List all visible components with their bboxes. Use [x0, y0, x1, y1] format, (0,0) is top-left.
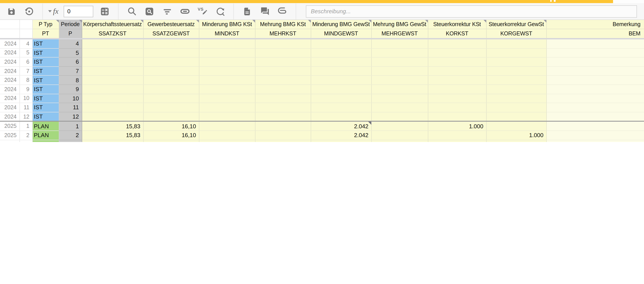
cell-ssatzgewst[interactable]: 16,10 — [143, 121, 199, 131]
cell-ssatzkst[interactable] — [82, 57, 143, 66]
cell-pt[interactable]: IST — [32, 85, 59, 94]
filter-button[interactable] — [163, 7, 172, 16]
cell-ssatzgewst[interactable]: 16,10 — [143, 131, 199, 140]
column-header-bem[interactable]: Bemerkung — [546, 20, 644, 29]
row-year[interactable]: 2024 — [0, 85, 20, 94]
cell-pt[interactable]: IST — [32, 48, 59, 57]
column-header-mehrgewst[interactable]: MEHRGEWST — [371, 29, 428, 39]
cell-mehrkst[interactable] — [255, 140, 311, 142]
cell-korkst[interactable] — [428, 48, 486, 57]
cell-mehrkst[interactable] — [255, 103, 311, 112]
attachment-button[interactable] — [278, 7, 287, 16]
cell-mehrkst[interactable] — [255, 94, 311, 103]
vs-edit-button[interactable]: VS — [198, 7, 208, 16]
cell-mindgewst[interactable] — [311, 57, 371, 66]
cell-mehrkst[interactable] — [255, 76, 311, 85]
cell-korgewst[interactable] — [486, 140, 546, 142]
row-number[interactable]: 8 — [20, 76, 32, 85]
cell-korkst[interactable] — [428, 131, 486, 140]
cell-korkst[interactable] — [428, 85, 486, 94]
restore-history-button[interactable] — [25, 7, 34, 16]
row-number[interactable]: 10 — [20, 94, 32, 103]
row-year[interactable]: 2024 — [0, 39, 20, 48]
cell-mindkst[interactable] — [199, 39, 255, 48]
cell-ssatzkst[interactable] — [82, 39, 143, 48]
cell-bem[interactable] — [546, 76, 644, 85]
cell-korkst[interactable] — [428, 57, 486, 66]
cell-mehrgewst[interactable] — [371, 112, 428, 121]
cell-pt[interactable]: PLAN — [32, 121, 59, 131]
cell-bem[interactable] — [546, 57, 644, 66]
cell-mehrgewst[interactable] — [371, 121, 428, 131]
cell-mehrkst[interactable] — [255, 131, 311, 140]
column-header-korkst[interactable]: KORKST — [428, 29, 486, 39]
cell-korkst[interactable]: 1.000 — [428, 121, 486, 131]
cell-ssatzkst[interactable]: 15,83 — [82, 131, 143, 140]
cell-p[interactable]: 11 — [59, 103, 82, 112]
cell-pt[interactable]: IST — [32, 94, 59, 103]
cell-p[interactable]: 4 — [59, 39, 82, 48]
row-number[interactable]: 12 — [20, 112, 32, 121]
cell-mehrgewst[interactable] — [371, 67, 428, 76]
calculator-button[interactable] — [100, 7, 110, 16]
column-header-korgewst[interactable]: Steuerkorrektur GewSt — [486, 20, 546, 29]
row-year[interactable]: 2024 — [0, 94, 20, 103]
row-number[interactable]: 5 — [20, 48, 32, 57]
cell-p[interactable]: 3 — [59, 140, 82, 142]
cell-mehrgewst[interactable] — [371, 94, 428, 103]
cell-mindkst[interactable] — [199, 94, 255, 103]
cell-bem[interactable] — [546, 48, 644, 57]
cell-bem[interactable] — [546, 121, 644, 131]
column-header-ssatzgewst[interactable]: SSATZGEWST — [143, 29, 199, 39]
column-header-ssatzgewst[interactable]: Gewerbesteuersatz — [143, 20, 199, 29]
cell-korgewst[interactable] — [486, 94, 546, 103]
row-number[interactable]: 1 — [20, 121, 32, 131]
column-header-korgewst[interactable]: KORGEWST — [486, 29, 546, 39]
cell-mindkst[interactable] — [199, 112, 255, 121]
cell-korkst[interactable] — [428, 112, 486, 121]
cell-mehrgewst[interactable] — [371, 140, 428, 142]
description-input[interactable] — [306, 5, 637, 18]
cell-p[interactable]: 8 — [59, 76, 82, 85]
column-header-mindgewst[interactable]: Minderung BMG GewSt — [311, 20, 371, 29]
cell-ssatzkst[interactable]: 15,83 — [82, 121, 143, 131]
row-number[interactable]: 6 — [20, 57, 32, 66]
cell-ssatzkst[interactable] — [82, 94, 143, 103]
comments-button[interactable] — [260, 7, 270, 16]
cell-p[interactable]: 5 — [59, 48, 82, 57]
cell-p[interactable]: 10 — [59, 94, 82, 103]
row-number[interactable]: 7 — [20, 67, 32, 76]
row-year[interactable]: 2024 — [0, 112, 20, 121]
cell-mindgewst[interactable] — [311, 94, 371, 103]
cell-mindgewst[interactable] — [311, 48, 371, 57]
cell-pt[interactable]: PLAN — [32, 131, 59, 140]
column-header-mindkst[interactable]: MINDKST — [199, 29, 255, 39]
cell-korkst[interactable] — [428, 76, 486, 85]
cell-bem[interactable] — [546, 131, 644, 140]
column-header-mindgewst[interactable]: MINDGEWST — [311, 29, 371, 39]
row-number[interactable]: 9 — [20, 85, 32, 94]
cell-ssatzgewst[interactable] — [143, 48, 199, 57]
cell-mehrkst[interactable] — [255, 57, 311, 66]
cell-ssatzkst[interactable]: 15,83 — [82, 140, 143, 142]
cell-korgewst[interactable] — [486, 85, 546, 94]
row-number[interactable]: 2 — [20, 131, 32, 140]
formula-value-input[interactable] — [64, 6, 94, 17]
cell-pt[interactable]: IST — [32, 39, 59, 48]
column-header-ssatzkst[interactable]: Körperschaftssteuersatz — [82, 20, 143, 29]
cell-mehrgewst[interactable] — [371, 85, 428, 94]
column-header-mehrgewst[interactable]: Mehrung BMG GewSt — [371, 20, 428, 29]
cell-bem[interactable] — [546, 103, 644, 112]
cell-mindkst[interactable] — [199, 121, 255, 131]
cell-p[interactable]: 7 — [59, 67, 82, 76]
column-header-mehrkst[interactable]: MEHRKST — [255, 29, 311, 39]
cell-mehrgewst[interactable] — [371, 57, 428, 66]
cell-pt[interactable]: IST — [32, 57, 59, 66]
row-year[interactable]: 2024 — [0, 67, 20, 76]
cell-mindkst[interactable] — [199, 140, 255, 142]
cell-korkst[interactable] — [428, 103, 486, 112]
column-header-ssatzkst[interactable]: SSATZKST — [82, 29, 143, 39]
cell-bem[interactable] — [546, 67, 644, 76]
cell-korgewst[interactable] — [486, 67, 546, 76]
cell-mindkst[interactable] — [199, 48, 255, 57]
